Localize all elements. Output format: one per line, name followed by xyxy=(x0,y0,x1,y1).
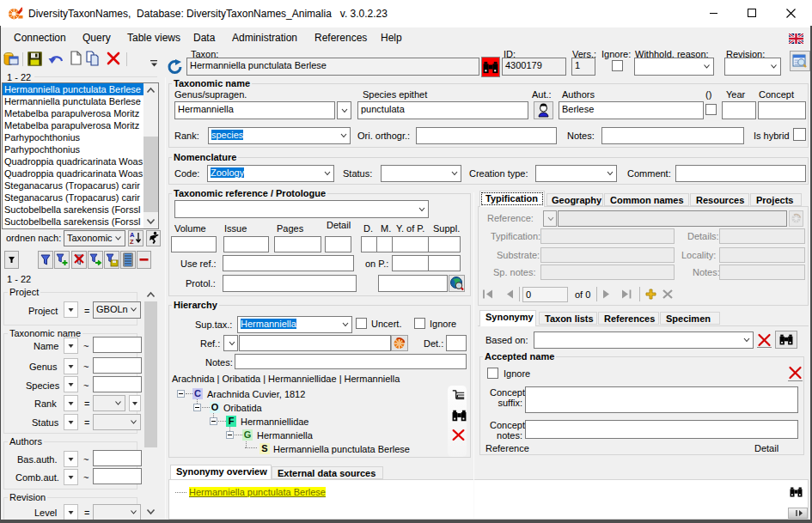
svg-text:Z: Z xyxy=(130,238,134,246)
